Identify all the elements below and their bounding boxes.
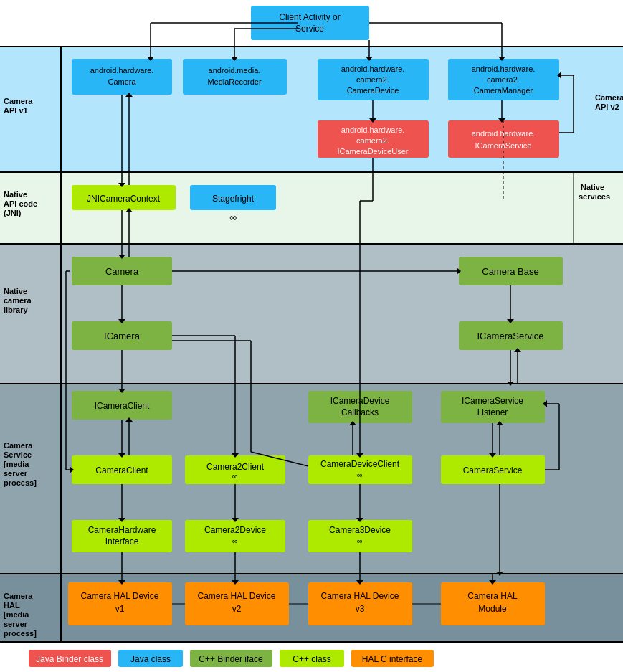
- svg-text:ICameraService: ICameraService: [462, 396, 523, 406]
- svg-text:Listener: Listener: [477, 407, 508, 417]
- svg-text:Native: Native: [4, 190, 27, 199]
- svg-text:API v1: API v1: [4, 106, 28, 115]
- svg-text:android.media.: android.media.: [209, 66, 261, 75]
- svg-text:android.hardware.: android.hardware.: [472, 65, 536, 73]
- svg-text:Interface: Interface: [105, 536, 139, 546]
- svg-text:Camera HAL Device: Camera HAL Device: [321, 591, 399, 601]
- svg-text:server: server: [4, 620, 28, 628]
- svg-text:API v2: API v2: [595, 103, 619, 111]
- svg-text:Stagefright: Stagefright: [212, 194, 255, 204]
- svg-text:CameraClient: CameraClient: [95, 465, 148, 475]
- svg-text:Camera: Camera: [4, 441, 33, 450]
- svg-text:ICameraClient: ICameraClient: [95, 401, 150, 411]
- svg-text:v1: v1: [115, 604, 125, 614]
- svg-text:Service: Service: [295, 24, 324, 34]
- svg-text:android.hardware.: android.hardware.: [90, 66, 154, 75]
- svg-text:ICameraService: ICameraService: [477, 331, 543, 341]
- svg-text:services: services: [579, 192, 610, 201]
- svg-text:[media: [media: [4, 610, 29, 619]
- svg-text:∞: ∞: [357, 536, 363, 545]
- svg-text:camera2.: camera2.: [487, 75, 520, 84]
- svg-text:Camera3Device: Camera3Device: [329, 525, 391, 535]
- svg-text:server: server: [4, 469, 28, 478]
- svg-text:v2: v2: [232, 604, 242, 614]
- svg-text:Camera2Client: Camera2Client: [206, 462, 265, 472]
- svg-text:CameraDeviceClient: CameraDeviceClient: [320, 459, 400, 469]
- svg-text:Native: Native: [4, 287, 27, 295]
- svg-text:Camera HAL Device: Camera HAL Device: [198, 591, 276, 601]
- svg-rect-41: [72, 59, 172, 95]
- svg-text:∞: ∞: [232, 536, 238, 545]
- svg-text:CameraService: CameraService: [463, 465, 523, 475]
- svg-text:CameraHardware: CameraHardware: [88, 525, 156, 535]
- svg-text:Camera: Camera: [595, 93, 623, 102]
- svg-text:∞: ∞: [229, 212, 237, 223]
- svg-text:android.hardware.: android.hardware.: [341, 65, 405, 73]
- svg-text:Client Activity or: Client Activity or: [279, 12, 340, 22]
- svg-text:android.hardware.: android.hardware.: [341, 126, 405, 134]
- architecture-diagram: Camera API v1 Camera API v2 Native API c…: [0, 0, 623, 672]
- svg-text:v3: v3: [356, 604, 365, 614]
- svg-text:Java Binder class: Java Binder class: [36, 654, 103, 664]
- svg-text:HAL C interface: HAL C interface: [362, 654, 423, 664]
- svg-text:HAL: HAL: [4, 601, 20, 610]
- svg-text:Native: Native: [581, 183, 604, 191]
- svg-text:Service: Service: [4, 450, 32, 459]
- svg-text:Camera: Camera: [108, 77, 136, 86]
- svg-text:CameraManager: CameraManager: [474, 86, 533, 95]
- svg-text:Java class: Java class: [130, 654, 171, 664]
- svg-text:Camera: Camera: [4, 592, 33, 600]
- svg-text:[media: [media: [4, 460, 29, 468]
- svg-text:Camera: Camera: [4, 97, 33, 105]
- svg-text:camera2.: camera2.: [356, 75, 389, 84]
- svg-text:camera2.: camera2.: [356, 136, 389, 145]
- svg-text:library: library: [4, 306, 29, 314]
- svg-text:ICameraDeviceUser: ICameraDeviceUser: [337, 147, 408, 156]
- svg-text:Camera: Camera: [105, 266, 139, 277]
- svg-text:Camera Base: Camera Base: [482, 266, 538, 277]
- svg-text:∞: ∞: [232, 472, 238, 481]
- svg-rect-44: [183, 59, 287, 95]
- svg-text:process]: process]: [4, 478, 37, 487]
- svg-text:C++ class: C++ class: [293, 654, 330, 664]
- svg-text:Module: Module: [478, 604, 507, 614]
- svg-text:process]: process]: [4, 629, 37, 638]
- svg-text:(JNI): (JNI): [4, 209, 22, 217]
- svg-text:JNICameraContext: JNICameraContext: [87, 194, 161, 204]
- svg-text:MediaRecorder: MediaRecorder: [207, 77, 262, 86]
- svg-text:Camera2Device: Camera2Device: [204, 525, 266, 535]
- svg-text:Camera HAL Device: Camera HAL Device: [81, 591, 159, 601]
- svg-text:ICamera: ICamera: [104, 331, 141, 341]
- svg-text:API code: API code: [4, 199, 37, 208]
- diagram-container: Camera API v1 Camera API v2 Native API c…: [0, 0, 623, 672]
- svg-text:∞: ∞: [357, 470, 363, 479]
- svg-text:C++ Binder iface: C++ Binder iface: [199, 654, 263, 664]
- svg-text:CameraDevice: CameraDevice: [347, 86, 399, 95]
- svg-text:camera: camera: [4, 296, 32, 305]
- svg-text:Camera HAL: Camera HAL: [467, 591, 518, 601]
